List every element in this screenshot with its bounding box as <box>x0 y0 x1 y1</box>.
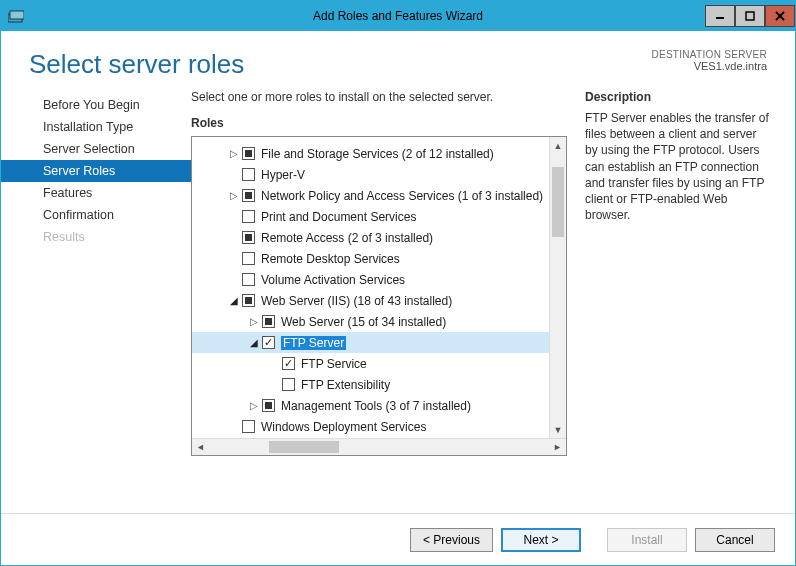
tree-row[interactable]: Hyper-V <box>192 164 566 185</box>
previous-button[interactable]: < Previous <box>410 528 493 552</box>
role-checkbox[interactable] <box>262 336 275 349</box>
role-checkbox[interactable] <box>242 273 255 286</box>
window-title: Add Roles and Features Wizard <box>1 9 795 23</box>
chevron-right-icon[interactable]: ▷ <box>228 190 240 202</box>
header: Select server roles DESTINATION SERVER V… <box>1 31 795 90</box>
next-button[interactable]: Next > <box>501 528 581 552</box>
roles-scroll-area: ▷File and Storage Services (2 of 12 inst… <box>192 137 566 438</box>
role-label[interactable]: Hyper-V <box>261 168 305 182</box>
tree-row[interactable]: ▷File and Storage Services (2 of 12 inst… <box>192 143 566 164</box>
tree-row[interactable]: ◢Web Server (IIS) (18 of 43 installed) <box>192 290 566 311</box>
scroll-right-icon[interactable]: ► <box>549 439 566 456</box>
expander-placeholder <box>228 274 240 286</box>
destination-label: DESTINATION SERVER <box>651 49 767 60</box>
scroll-left-icon[interactable]: ◄ <box>192 439 209 456</box>
expander-placeholder <box>268 379 280 391</box>
role-label[interactable]: Remote Access (2 of 3 installed) <box>261 231 433 245</box>
tree-row[interactable]: Print and Document Services <box>192 206 566 227</box>
body: Before You BeginInstallation TypeServer … <box>1 90 795 513</box>
role-checkbox[interactable] <box>282 357 295 370</box>
sidebar-step-installation-type[interactable]: Installation Type <box>1 116 191 138</box>
app-icon <box>7 7 25 25</box>
sidebar-step-results: Results <box>1 226 191 248</box>
roles-tree-container: ▷File and Storage Services (2 of 12 inst… <box>191 136 567 456</box>
roles-tree[interactable]: ▷File and Storage Services (2 of 12 inst… <box>192 137 566 438</box>
minimize-button[interactable] <box>705 5 735 27</box>
tree-row[interactable]: Volume Activation Services <box>192 269 566 290</box>
role-label[interactable]: Volume Activation Services <box>261 273 405 287</box>
cancel-button[interactable]: Cancel <box>695 528 775 552</box>
wizard-window: Add Roles and Features Wizard Select ser… <box>0 0 796 566</box>
tree-row[interactable]: FTP Extensibility <box>192 374 566 395</box>
expander-placeholder <box>228 169 240 181</box>
chevron-down-icon[interactable]: ◢ <box>228 295 240 307</box>
role-label[interactable]: Remote Desktop Services <box>261 252 400 266</box>
tree-row[interactable]: Remote Desktop Services <box>192 248 566 269</box>
role-label[interactable]: Network Policy and Access Services (1 of… <box>261 189 543 203</box>
role-label[interactable]: Print and Document Services <box>261 210 416 224</box>
sidebar-step-server-roles[interactable]: Server Roles <box>1 160 191 182</box>
scroll-up-icon[interactable]: ▲ <box>550 137 566 154</box>
role-label[interactable]: Web Server (IIS) (18 of 43 installed) <box>261 294 452 308</box>
tree-row[interactable]: Windows Deployment Services <box>192 416 566 437</box>
close-button[interactable] <box>765 5 795 27</box>
wizard-footer: < Previous Next > Install Cancel <box>1 513 795 565</box>
description-label: Description <box>585 90 771 104</box>
chevron-down-icon[interactable]: ◢ <box>248 337 260 349</box>
roles-label: Roles <box>191 116 567 130</box>
role-checkbox[interactable] <box>242 252 255 265</box>
instruction-text: Select one or more roles to install on t… <box>191 90 567 104</box>
install-button: Install <box>607 528 687 552</box>
tree-row[interactable]: ◢FTP Server <box>192 332 566 353</box>
svg-rect-1 <box>10 11 24 19</box>
role-checkbox[interactable] <box>262 399 275 412</box>
role-label[interactable]: Web Server (15 of 34 installed) <box>281 315 446 329</box>
role-checkbox[interactable] <box>242 189 255 202</box>
sidebar-step-before-you-begin[interactable]: Before You Begin <box>1 94 191 116</box>
role-checkbox[interactable] <box>242 294 255 307</box>
horizontal-scroll-thumb[interactable] <box>269 441 339 453</box>
role-checkbox[interactable] <box>242 420 255 433</box>
role-checkbox[interactable] <box>262 315 275 328</box>
expander-placeholder <box>228 421 240 433</box>
role-label[interactable]: FTP Service <box>301 357 367 371</box>
expander-placeholder <box>268 358 280 370</box>
vertical-scroll-thumb[interactable] <box>552 167 564 237</box>
tree-row[interactable]: ▷Web Server (15 of 34 installed) <box>192 311 566 332</box>
role-label[interactable]: FTP Server <box>281 336 346 350</box>
page-title: Select server roles <box>29 49 244 80</box>
tree-row[interactable]: ▷Management Tools (3 of 7 installed) <box>192 395 566 416</box>
role-checkbox[interactable] <box>242 231 255 244</box>
role-checkbox[interactable] <box>242 210 255 223</box>
role-label[interactable]: File and Storage Services (2 of 12 insta… <box>261 147 494 161</box>
sidebar-step-server-selection[interactable]: Server Selection <box>1 138 191 160</box>
wizard-steps-sidebar: Before You BeginInstallation TypeServer … <box>1 90 191 513</box>
description-panel: Description FTP Server enables the trans… <box>585 90 785 513</box>
horizontal-scroll-track[interactable] <box>209 439 549 455</box>
sidebar-step-features[interactable]: Features <box>1 182 191 204</box>
tree-row[interactable]: Remote Access (2 of 3 installed) <box>192 227 566 248</box>
roles-panel: Select one or more roles to install on t… <box>191 90 567 513</box>
main-content: Select one or more roles to install on t… <box>191 90 795 513</box>
role-checkbox[interactable] <box>282 378 295 391</box>
role-label[interactable]: FTP Extensibility <box>301 378 390 392</box>
svg-rect-3 <box>746 12 754 20</box>
tree-row[interactable]: FTP Service <box>192 353 566 374</box>
destination-value: VES1.vde.intra <box>651 60 767 72</box>
role-label[interactable]: Management Tools (3 of 7 installed) <box>281 399 471 413</box>
vertical-scrollbar[interactable]: ▲ ▼ <box>549 137 566 438</box>
scroll-down-icon[interactable]: ▼ <box>550 421 566 438</box>
sidebar-step-confirmation[interactable]: Confirmation <box>1 204 191 226</box>
role-label[interactable]: Windows Deployment Services <box>261 420 426 434</box>
chevron-right-icon[interactable]: ▷ <box>228 148 240 160</box>
expander-placeholder <box>228 232 240 244</box>
chevron-right-icon[interactable]: ▷ <box>248 316 260 328</box>
chevron-right-icon[interactable]: ▷ <box>248 400 260 412</box>
expander-placeholder <box>228 253 240 265</box>
role-checkbox[interactable] <box>242 168 255 181</box>
tree-row[interactable]: ▷Network Policy and Access Services (1 o… <box>192 185 566 206</box>
destination-info: DESTINATION SERVER VES1.vde.intra <box>651 49 767 72</box>
maximize-button[interactable] <box>735 5 765 27</box>
role-checkbox[interactable] <box>242 147 255 160</box>
horizontal-scrollbar[interactable]: ◄ ► <box>192 438 566 455</box>
